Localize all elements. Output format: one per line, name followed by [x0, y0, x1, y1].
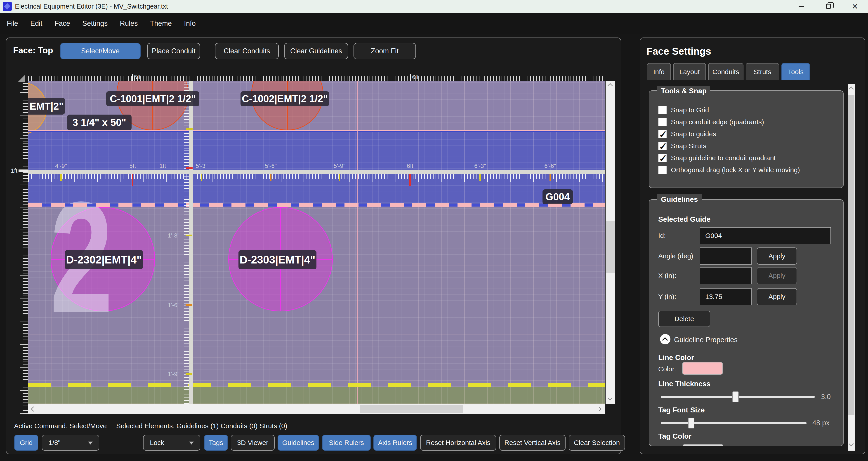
menu-file[interactable]: File: [7, 20, 18, 28]
h-axis-label: 4'-9": [55, 162, 67, 170]
tags-toggle-button[interactable]: Tags: [204, 435, 228, 451]
axis-rulers-toggle-button[interactable]: Axis Rulers: [373, 435, 417, 451]
scroll-down-icon[interactable]: [849, 441, 854, 447]
h-axis-label: 5'-6": [265, 162, 277, 170]
tab-info[interactable]: Info: [647, 63, 671, 80]
h-axis-label: 6ft: [407, 162, 413, 170]
horizontal-axis-ruler[interactable]: [28, 170, 605, 174]
axis-marker: [186, 235, 192, 236]
tab-conduits[interactable]: Conduits: [708, 63, 743, 80]
conduit-tag-emt2: EMT|2": [28, 98, 65, 115]
guideline-g004-selected[interactable]: [28, 204, 605, 207]
place-conduit-button[interactable]: Place Conduit: [147, 43, 200, 59]
angle-input[interactable]: [700, 247, 752, 265]
top-ruler-label-5ft: 5ft: [134, 74, 141, 81]
title-bar: Electrical Equipment Editor (3E) - MV_Sw…: [0, 0, 868, 13]
orthogonal-drag-checkbox[interactable]: [658, 166, 667, 174]
delete-button[interactable]: Delete: [658, 311, 710, 327]
scroll-up-icon[interactable]: [849, 87, 854, 92]
line-thickness-slider-thumb[interactable]: [733, 391, 739, 402]
axis-marker: [550, 174, 551, 181]
menu-settings[interactable]: Settings: [82, 20, 107, 28]
selection-status: Selected Elements: Guidelines (1) Condui…: [116, 422, 287, 430]
tab-layout[interactable]: Layout: [673, 63, 706, 80]
scroll-down-icon[interactable]: [608, 396, 613, 401]
side-rulers-toggle-button[interactable]: Side Rulers: [322, 435, 371, 451]
x-label: X (in):: [658, 272, 676, 280]
canvas-vertical-scrollbar[interactable]: [606, 81, 615, 404]
canvas-vertical-scrollbar-thumb[interactable]: [606, 221, 615, 273]
canvas-horizontal-scrollbar[interactable]: [28, 404, 605, 414]
minimize-button[interactable]: [792, 0, 810, 13]
x-apply-button[interactable]: Apply: [757, 267, 797, 284]
panel-scrollbar[interactable]: [848, 84, 855, 451]
conduit-tag-d2302: D-2302|EMT|4": [65, 250, 143, 269]
close-button[interactable]: ×: [846, 0, 864, 13]
snap-struts-checkbox[interactable]: [658, 142, 667, 150]
canvas-horizontal-scrollbar-thumb[interactable]: [360, 405, 463, 413]
v-axis-label: 1'-3": [168, 232, 180, 239]
snap-to-guides-label: Snap to guides: [671, 130, 716, 138]
line-color-swatch[interactable]: [682, 362, 723, 375]
scroll-right-icon[interactable]: [596, 406, 602, 412]
tag-font-size-slider-thumb[interactable]: [688, 418, 694, 428]
snap-to-grid-label: Snap to Grid: [671, 106, 709, 114]
snap-conduit-edge-checkbox[interactable]: [658, 118, 667, 126]
top-ruler-label-6ft: 6ft: [412, 74, 418, 81]
guideline-properties-label[interactable]: Guideline Properties: [674, 336, 738, 344]
guidelines-toggle-button[interactable]: Guidelines: [278, 435, 319, 451]
3d-viewer-button[interactable]: 3D Viewer: [231, 435, 275, 451]
h-axis-label: 6'-6": [544, 162, 556, 170]
scroll-left-icon[interactable]: [31, 406, 36, 412]
reset-vertical-axis-button[interactable]: Reset Vertical Axis: [499, 435, 565, 451]
axis-marker: [339, 174, 340, 181]
menu-edit[interactable]: Edit: [30, 20, 42, 28]
panel-title: Face Settings: [647, 45, 711, 57]
menu-face[interactable]: Face: [55, 20, 70, 28]
select-move-button[interactable]: Select/Move: [60, 43, 141, 59]
grid-toggle-button[interactable]: Grid: [14, 435, 38, 451]
panel-scrollbar-thumb[interactable]: [848, 95, 855, 415]
tag-color-swatch-clipped[interactable]: [683, 444, 723, 446]
snap-to-grid-checkbox[interactable]: [658, 106, 667, 114]
angle-apply-button[interactable]: Apply: [757, 247, 797, 265]
face-settings-panel: Face Settings Info Layout Conduits Strut…: [640, 37, 865, 454]
scroll-up-icon[interactable]: [608, 83, 613, 88]
snap-guideline-quadrant-checkbox[interactable]: [658, 154, 667, 162]
guideline-vertical-pink[interactable]: [357, 81, 358, 404]
menu-theme[interactable]: Theme: [150, 20, 172, 28]
tab-struts[interactable]: Struts: [746, 63, 779, 80]
y-input[interactable]: [700, 288, 752, 305]
grid-size-dropdown[interactable]: 1/8": [42, 435, 99, 451]
menu-rules[interactable]: Rules: [120, 20, 138, 28]
clear-selection-button[interactable]: Clear Selection: [569, 435, 625, 451]
lock-value: Lock: [150, 439, 164, 447]
active-command-status: Active Command: Select/Move: [14, 422, 107, 430]
h-axis-label: 6'-3": [474, 162, 486, 170]
horizontal-axis-inch-ticks: [28, 174, 605, 182]
tag-font-size-slider[interactable]: [661, 422, 807, 424]
chevron-down-icon: [88, 441, 93, 444]
guideline-yellow-dashed[interactable]: [28, 383, 605, 387]
clear-guidelines-button[interactable]: Clear Guidelines: [284, 43, 348, 59]
tab-tools[interactable]: Tools: [781, 63, 810, 80]
restore-button[interactable]: [819, 0, 837, 13]
y-apply-button[interactable]: Apply: [757, 288, 797, 305]
conduit-tag-c1001: C-1001|EMT|2 1/2": [106, 91, 199, 106]
zoom-fit-button[interactable]: Zoom Fit: [353, 43, 416, 59]
x-input[interactable]: [700, 267, 752, 284]
lock-dropdown[interactable]: Lock: [143, 435, 200, 451]
reset-horizontal-axis-button[interactable]: Reset Horizontal Axis: [420, 435, 496, 451]
snap-to-guides-checkbox[interactable]: [658, 130, 667, 138]
clear-conduits-button[interactable]: Clear Conduits: [215, 43, 279, 59]
id-input[interactable]: [700, 227, 831, 244]
collapse-toggle-icon[interactable]: [660, 334, 671, 344]
axis-marker: [186, 167, 193, 169]
menu-info[interactable]: Info: [184, 20, 196, 28]
minimize-icon: [799, 6, 804, 7]
face-label: Face: Top: [13, 45, 53, 55]
axis-marker: [132, 174, 133, 186]
guideline-tag-g004: G004: [542, 189, 573, 204]
tag-color-heading: Tag Color: [658, 432, 691, 440]
drawing-canvas[interactable]: 2 4'-9" 5ft 1ft 5'-3" 5'-6" 5'-9" 6ft 6'…: [28, 81, 605, 404]
